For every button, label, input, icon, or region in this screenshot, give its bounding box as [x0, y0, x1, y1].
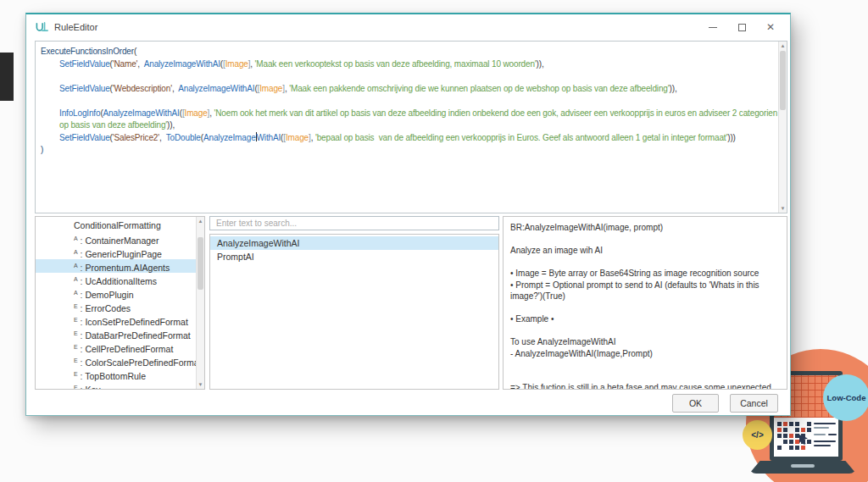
app-logo-icon [35, 22, 48, 33]
scroll-up-icon[interactable]: ▲ [197, 217, 204, 225]
scroll-up-icon[interactable]: ▲ [779, 42, 787, 50]
code-token: InfoLogInfo [59, 108, 100, 118]
pixel-square [807, 428, 811, 432]
category-label: ContainerManager [85, 235, 159, 246]
scrollbar-thumb[interactable] [198, 237, 203, 290]
doc-line [510, 325, 780, 337]
doc-line: => This fuction is still in a beta fase … [510, 382, 780, 390]
pixel-square [777, 434, 782, 438]
doc-line: • Image = Byte array or Base64String as … [510, 268, 780, 280]
category-label: UcAdditionalItems [85, 276, 157, 286]
scroll-down-icon[interactable]: ▼ [779, 204, 787, 213]
category-item[interactable]: A : Promentum.AIAgents [36, 259, 196, 273]
category-item[interactable]: A : ContainerManager [36, 232, 196, 246]
code-token: SetFieldValue [59, 133, 110, 142]
category-list: ConditionalFormattingA : ContainerManage… [36, 217, 196, 389]
pixel-square [801, 422, 805, 426]
maximize-icon[interactable] [727, 18, 756, 36]
editor-scrollbar[interactable]: ▲ ▼ [778, 42, 787, 213]
code-editor-content[interactable]: ExecuteFunctionsInOrder(SetFieldValue('N… [36, 42, 778, 213]
pixel-square [789, 434, 793, 438]
category-label: ColorScalePreDefinedFormat [85, 357, 201, 368]
code-token: ( [134, 47, 136, 56]
category-item[interactable]: E : CellPreDefinedFormat [36, 341, 196, 354]
category-item[interactable]: A : UcAdditionalItems [36, 273, 196, 286]
code-token: , [137, 59, 143, 69]
laptop-notch [791, 464, 815, 468]
code-line [36, 70, 778, 83]
code-token: 'Maak een pakkende omschrijving die we k… [289, 84, 669, 93]
code-line: SetFieldValue('Webdescription', AnalyzeI… [36, 83, 778, 96]
scrollbar-thumb[interactable] [780, 51, 786, 110]
close-icon[interactable]: ✕ [756, 18, 785, 36]
doc-line: To use AnalyzeImageWithAI [510, 336, 780, 348]
doc-line [510, 302, 780, 314]
dash-line [814, 427, 829, 429]
category-label: ConditionalFormatting [74, 220, 161, 230]
pixel-square [783, 428, 787, 432]
ok-button[interactable]: OK [672, 394, 719, 413]
category-item[interactable]: E : ColorScalePreDefinedFormat [36, 354, 196, 368]
pixel-square [783, 440, 787, 444]
category-item[interactable]: A : DemoPlugin [36, 286, 196, 300]
code-line: ExecuteFunctionsInOrder( [36, 46, 778, 58]
category-item[interactable]: E : Key [36, 381, 196, 390]
code-token: 'bepaal op basis van de afbeelding een v… [315, 133, 727, 142]
doc-line [510, 359, 780, 371]
category-list-panel: ConditionalFormattingA : ContainerManage… [35, 216, 205, 390]
doc-line: BR:AnalyzeImageWithAI(image, prompt) [510, 222, 780, 234]
category-label: DataBarPreDefinedFormat [85, 330, 190, 341]
laptop-base [749, 461, 856, 474]
code-symbol-badge: </> [743, 420, 772, 450]
category-item[interactable]: E : ErrorCodes [36, 300, 196, 313]
code-line: InfoLogInfo(AnalyzeImageWithAI([Image], … [36, 108, 778, 132]
code-token: 'Maak een verkooptekst op basis van deze… [255, 59, 537, 69]
pixel-square [777, 446, 782, 450]
documentation-text: BR:AnalyzeImageWithAI(image, prompt) Ana… [504, 217, 787, 389]
scroll-down-icon[interactable]: ▼ [197, 380, 204, 389]
code-token: Image [259, 84, 282, 93]
function-item[interactable]: AnalyzeImageWithAI [210, 236, 498, 250]
code-token: )), [537, 59, 544, 69]
pixel-square [783, 434, 787, 438]
documentation-panel: BR:AnalyzeImageWithAI(image, prompt) Ana… [503, 216, 787, 390]
pixel-square [807, 422, 811, 426]
search-input[interactable] [209, 216, 499, 230]
code-token: AnalyzeImageWithAI [103, 108, 180, 118]
code-token: AnalyzeImageWithAI [144, 59, 220, 69]
dash-line [814, 434, 826, 435]
code-editor[interactable]: ExecuteFunctionsInOrder(SetFieldValue('N… [35, 41, 787, 213]
laptop-screen-body [774, 418, 838, 457]
code-token: AnalyzeImageWithAI [178, 84, 254, 93]
category-item[interactable]: E : IconSetPreDefinedFormat [36, 313, 196, 327]
category-label: TopBottomRule [85, 371, 146, 381]
low-code-badge: Low-Code [823, 374, 868, 421]
code-token: SetFieldValue [59, 84, 110, 93]
pixel-square [801, 428, 805, 432]
pixel-square [789, 428, 793, 432]
desktop: Low-Code </> RuleEditor ✕ ExecuteFunctio… [0, 0, 868, 482]
code-line: SetFieldValue('SalesPrice2', ToDouble(An… [36, 132, 778, 145]
category-item[interactable]: ConditionalFormatting [36, 219, 196, 232]
code-token: ) [41, 145, 43, 154]
pixel-square [801, 446, 805, 450]
titlebar[interactable]: RuleEditor ✕ [26, 14, 790, 40]
doc-line: • Prompt = Optional prompt to send to AI… [510, 280, 780, 302]
category-item[interactable]: E : TopBottomRule [36, 368, 196, 381]
category-scrollbar[interactable]: ▲ ▼ [196, 217, 204, 389]
pixel-square [807, 446, 811, 450]
function-item[interactable]: PromptAI [210, 250, 498, 263]
category-item[interactable]: E : DataBarPreDefinedFormat [36, 327, 196, 341]
code-token: ToDouble [166, 133, 201, 142]
cancel-button[interactable]: Cancel [730, 394, 778, 413]
pixel-square [789, 440, 793, 444]
category-label: Key [85, 385, 100, 390]
dash-line [814, 445, 831, 446]
doc-line [510, 257, 780, 269]
category-item[interactable]: A : GenericPluginPage [36, 246, 196, 259]
dash-line [828, 434, 837, 435]
minimize-icon[interactable] [698, 18, 727, 36]
code-line: SetFieldValue('Name', AnalyzeImageWithAI… [36, 58, 778, 71]
dash-line [814, 440, 836, 442]
code-line [36, 95, 778, 108]
